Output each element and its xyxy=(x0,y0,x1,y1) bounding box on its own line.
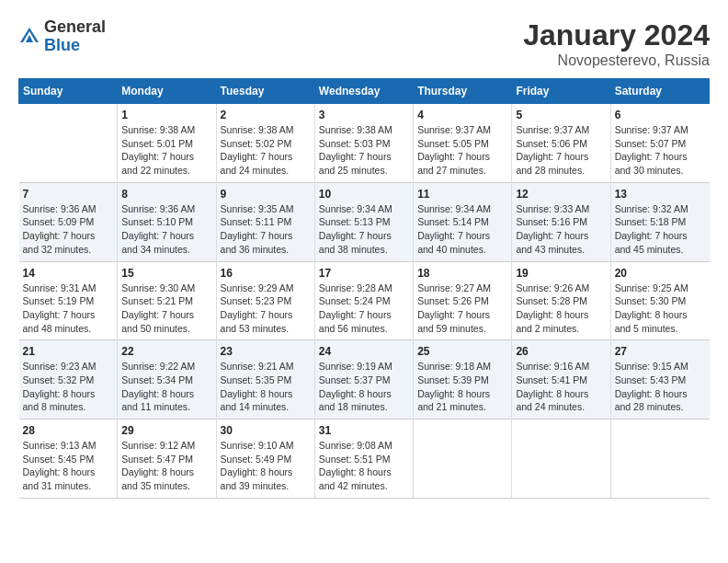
day-number: 6 xyxy=(615,109,706,121)
logo-text: General Blue xyxy=(44,18,106,55)
calendar-cell: 29Sunrise: 9:12 AM Sunset: 5:47 PM Dayli… xyxy=(118,419,216,499)
calendar-subtitle: Novopesterevo, Russia xyxy=(523,52,710,69)
calendar-cell: 13Sunrise: 9:32 AM Sunset: 5:18 PM Dayli… xyxy=(610,182,709,261)
day-number: 31 xyxy=(319,424,409,437)
calendar-cell: 30Sunrise: 9:10 AM Sunset: 5:49 PM Dayli… xyxy=(216,419,314,499)
title-block: January 2024 Novopesterevo, Russia xyxy=(523,18,710,69)
day-info: Sunrise: 9:33 AM Sunset: 5:16 PM Dayligh… xyxy=(516,202,606,257)
day-number: 21 xyxy=(23,345,114,358)
day-info: Sunrise: 9:27 AM Sunset: 5:26 PM Dayligh… xyxy=(417,282,507,336)
calendar-cell: 25Sunrise: 9:18 AM Sunset: 5:39 PM Dayli… xyxy=(414,340,512,419)
day-number: 5 xyxy=(516,109,606,121)
weekday-header: Tuesday xyxy=(216,79,314,104)
day-info: Sunrise: 9:10 AM Sunset: 5:49 PM Dayligh… xyxy=(221,439,311,493)
day-number: 13 xyxy=(615,188,706,201)
calendar-cell: 26Sunrise: 9:16 AM Sunset: 5:41 PM Dayli… xyxy=(512,340,610,419)
calendar-cell: 8Sunrise: 9:36 AM Sunset: 5:10 PM Daylig… xyxy=(118,182,216,261)
day-number: 12 xyxy=(516,188,606,201)
calendar-cell: 14Sunrise: 9:31 AM Sunset: 5:19 PM Dayli… xyxy=(19,261,118,340)
day-number: 2 xyxy=(221,109,311,121)
day-info: Sunrise: 9:38 AM Sunset: 5:02 PM Dayligh… xyxy=(221,123,311,178)
calendar-cell: 23Sunrise: 9:21 AM Sunset: 5:35 PM Dayli… xyxy=(216,340,314,419)
calendar-cell: 21Sunrise: 9:23 AM Sunset: 5:32 PM Dayli… xyxy=(19,340,118,419)
day-number: 28 xyxy=(23,424,114,437)
logo-icon xyxy=(18,26,40,48)
day-info: Sunrise: 9:28 AM Sunset: 5:24 PM Dayligh… xyxy=(319,282,409,336)
calendar-cell: 20Sunrise: 9:25 AM Sunset: 5:30 PM Dayli… xyxy=(610,261,709,340)
calendar-cell: 11Sunrise: 9:34 AM Sunset: 5:14 PM Dayli… xyxy=(414,182,512,261)
day-info: Sunrise: 9:36 AM Sunset: 5:10 PM Dayligh… xyxy=(121,202,211,257)
day-number: 10 xyxy=(319,188,409,201)
weekday-header-row: SundayMondayTuesdayWednesdayThursdayFrid… xyxy=(19,79,710,104)
calendar-cell: 19Sunrise: 9:26 AM Sunset: 5:28 PM Dayli… xyxy=(512,261,610,340)
day-info: Sunrise: 9:37 AM Sunset: 5:06 PM Dayligh… xyxy=(516,123,606,178)
day-info: Sunrise: 9:18 AM Sunset: 5:39 PM Dayligh… xyxy=(417,360,507,414)
day-number: 23 xyxy=(221,345,311,358)
day-number: 24 xyxy=(319,345,409,358)
day-info: Sunrise: 9:35 AM Sunset: 5:11 PM Dayligh… xyxy=(221,202,311,257)
day-info: Sunrise: 9:38 AM Sunset: 5:01 PM Dayligh… xyxy=(121,123,211,178)
calendar-cell: 17Sunrise: 9:28 AM Sunset: 5:24 PM Dayli… xyxy=(314,261,413,340)
calendar-cell: 10Sunrise: 9:34 AM Sunset: 5:13 PM Dayli… xyxy=(314,182,413,261)
day-number: 26 xyxy=(516,345,606,358)
calendar-cell xyxy=(414,419,512,499)
day-number: 4 xyxy=(417,109,507,121)
calendar-cell xyxy=(19,104,118,183)
calendar-week-row: 14Sunrise: 9:31 AM Sunset: 5:19 PM Dayli… xyxy=(19,261,710,340)
calendar-cell: 4Sunrise: 9:37 AM Sunset: 5:05 PM Daylig… xyxy=(414,104,512,183)
day-info: Sunrise: 9:21 AM Sunset: 5:35 PM Dayligh… xyxy=(221,360,311,414)
weekday-header: Sunday xyxy=(19,79,118,104)
calendar-cell xyxy=(610,419,709,499)
day-number: 27 xyxy=(615,345,706,358)
calendar-cell: 27Sunrise: 9:15 AM Sunset: 5:43 PM Dayli… xyxy=(610,340,709,419)
calendar-cell: 12Sunrise: 9:33 AM Sunset: 5:16 PM Dayli… xyxy=(512,182,610,261)
weekday-header: Wednesday xyxy=(314,79,413,104)
day-number: 22 xyxy=(121,345,211,358)
weekday-header: Thursday xyxy=(414,79,512,104)
page-header: General Blue January 2024 Novopesterevo,… xyxy=(18,18,710,69)
day-number: 8 xyxy=(121,188,211,201)
calendar-cell: 6Sunrise: 9:37 AM Sunset: 5:07 PM Daylig… xyxy=(610,104,709,183)
day-info: Sunrise: 9:23 AM Sunset: 5:32 PM Dayligh… xyxy=(23,360,114,414)
weekday-header: Monday xyxy=(118,79,216,104)
day-info: Sunrise: 9:37 AM Sunset: 5:07 PM Dayligh… xyxy=(615,123,706,178)
day-info: Sunrise: 9:36 AM Sunset: 5:09 PM Dayligh… xyxy=(23,202,114,257)
calendar-cell: 16Sunrise: 9:29 AM Sunset: 5:23 PM Dayli… xyxy=(216,261,314,340)
day-number: 1 xyxy=(121,109,211,121)
day-info: Sunrise: 9:29 AM Sunset: 5:23 PM Dayligh… xyxy=(221,282,311,336)
day-info: Sunrise: 9:32 AM Sunset: 5:18 PM Dayligh… xyxy=(615,202,706,257)
logo-general: General xyxy=(44,18,106,37)
calendar-title: January 2024 xyxy=(523,18,710,52)
day-info: Sunrise: 9:31 AM Sunset: 5:19 PM Dayligh… xyxy=(23,282,114,336)
day-number: 9 xyxy=(221,188,311,201)
day-number: 29 xyxy=(121,424,211,437)
day-info: Sunrise: 9:16 AM Sunset: 5:41 PM Dayligh… xyxy=(516,360,606,414)
calendar-week-row: 21Sunrise: 9:23 AM Sunset: 5:32 PM Dayli… xyxy=(19,340,710,419)
day-number: 20 xyxy=(615,267,706,280)
calendar-week-row: 28Sunrise: 9:13 AM Sunset: 5:45 PM Dayli… xyxy=(19,419,710,499)
day-number: 19 xyxy=(516,267,606,280)
calendar-cell: 18Sunrise: 9:27 AM Sunset: 5:26 PM Dayli… xyxy=(414,261,512,340)
day-number: 14 xyxy=(23,267,114,280)
calendar-cell: 28Sunrise: 9:13 AM Sunset: 5:45 PM Dayli… xyxy=(19,419,118,499)
day-number: 15 xyxy=(121,267,211,280)
weekday-header: Friday xyxy=(512,79,610,104)
day-info: Sunrise: 9:08 AM Sunset: 5:51 PM Dayligh… xyxy=(319,439,409,493)
calendar-table: SundayMondayTuesdayWednesdayThursdayFrid… xyxy=(18,78,710,499)
calendar-cell: 24Sunrise: 9:19 AM Sunset: 5:37 PM Dayli… xyxy=(314,340,413,419)
day-info: Sunrise: 9:15 AM Sunset: 5:43 PM Dayligh… xyxy=(615,360,706,414)
day-info: Sunrise: 9:37 AM Sunset: 5:05 PM Dayligh… xyxy=(417,123,507,178)
weekday-header: Saturday xyxy=(610,79,709,104)
calendar-cell: 15Sunrise: 9:30 AM Sunset: 5:21 PM Dayli… xyxy=(118,261,216,340)
day-info: Sunrise: 9:30 AM Sunset: 5:21 PM Dayligh… xyxy=(121,282,211,336)
calendar-cell: 5Sunrise: 9:37 AM Sunset: 5:06 PM Daylig… xyxy=(512,104,610,183)
day-info: Sunrise: 9:34 AM Sunset: 5:14 PM Dayligh… xyxy=(417,202,507,257)
calendar-cell: 1Sunrise: 9:38 AM Sunset: 5:01 PM Daylig… xyxy=(118,104,216,183)
day-info: Sunrise: 9:26 AM Sunset: 5:28 PM Dayligh… xyxy=(516,282,606,336)
logo-blue: Blue xyxy=(44,37,106,55)
day-number: 17 xyxy=(319,267,409,280)
logo: General Blue xyxy=(18,18,106,55)
calendar-cell: 9Sunrise: 9:35 AM Sunset: 5:11 PM Daylig… xyxy=(216,182,314,261)
calendar-cell: 22Sunrise: 9:22 AM Sunset: 5:34 PM Dayli… xyxy=(118,340,216,419)
day-info: Sunrise: 9:25 AM Sunset: 5:30 PM Dayligh… xyxy=(615,282,706,336)
